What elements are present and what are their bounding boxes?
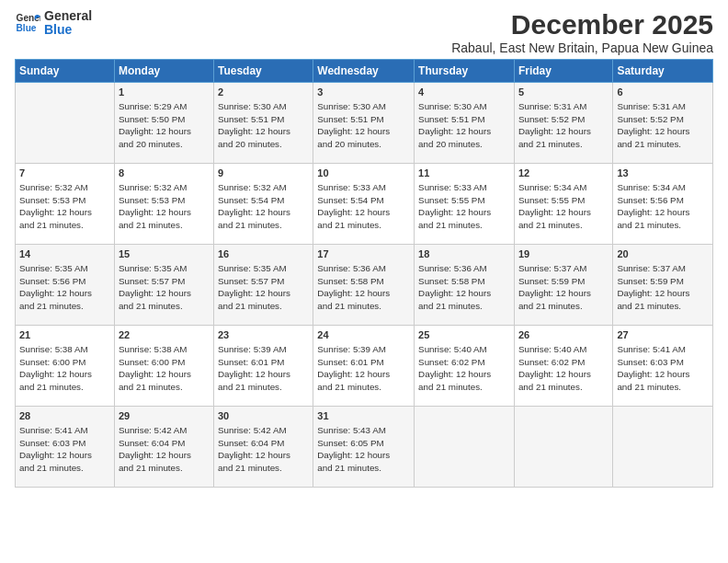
calendar-cell: 6Sunrise: 5:31 AM Sunset: 5:52 PM Daylig…	[613, 83, 713, 164]
calendar-cell: 23Sunrise: 5:39 AM Sunset: 6:01 PM Dayli…	[213, 326, 313, 407]
calendar-cell: 16Sunrise: 5:35 AM Sunset: 5:57 PM Dayli…	[213, 245, 313, 326]
day-number: 31	[317, 409, 410, 423]
cell-content: Sunrise: 5:43 AM Sunset: 6:05 PM Dayligh…	[317, 424, 410, 474]
cell-content: Sunrise: 5:33 AM Sunset: 5:55 PM Dayligh…	[418, 181, 510, 231]
day-number: 25	[418, 328, 510, 342]
cell-content: Sunrise: 5:30 AM Sunset: 5:51 PM Dayligh…	[218, 100, 309, 150]
day-number: 19	[518, 247, 609, 261]
day-number: 13	[617, 167, 709, 180]
logo-icon: General Blue	[15, 10, 40, 36]
cell-content: Sunrise: 5:41 AM Sunset: 6:03 PM Dayligh…	[617, 343, 709, 393]
calendar-cell: 18Sunrise: 5:36 AM Sunset: 5:58 PM Dayli…	[415, 245, 515, 326]
calendar-cell: 5Sunrise: 5:31 AM Sunset: 5:52 PM Daylig…	[514, 83, 612, 164]
calendar-cell: 10Sunrise: 5:33 AM Sunset: 5:54 PM Dayli…	[313, 164, 415, 245]
day-number: 10	[317, 167, 410, 180]
cell-content: Sunrise: 5:37 AM Sunset: 5:59 PM Dayligh…	[617, 262, 709, 312]
calendar-cell: 26Sunrise: 5:40 AM Sunset: 6:02 PM Dayli…	[514, 326, 612, 407]
calendar-cell: 21Sunrise: 5:38 AM Sunset: 6:00 PM Dayli…	[16, 326, 115, 407]
subtitle: Rabaul, East New Britain, Papua New Guin…	[451, 40, 713, 55]
day-number: 18	[418, 247, 510, 261]
day-number: 29	[119, 409, 210, 423]
calendar-cell: 27Sunrise: 5:41 AM Sunset: 6:03 PM Dayli…	[613, 326, 713, 407]
calendar-table: SundayMondayTuesdayWednesdayThursdayFrid…	[15, 59, 713, 488]
day-number: 4	[418, 86, 510, 99]
calendar-cell: 3Sunrise: 5:30 AM Sunset: 5:51 PM Daylig…	[313, 83, 415, 164]
cell-content: Sunrise: 5:40 AM Sunset: 6:02 PM Dayligh…	[418, 343, 510, 393]
day-number: 20	[617, 247, 709, 261]
header-day-tuesday: Tuesday	[213, 60, 313, 83]
day-number: 28	[19, 409, 110, 423]
header-day-monday: Monday	[114, 60, 213, 83]
calendar-cell: 30Sunrise: 5:42 AM Sunset: 6:04 PM Dayli…	[213, 407, 313, 488]
day-number: 6	[617, 86, 709, 99]
cell-content: Sunrise: 5:41 AM Sunset: 6:03 PM Dayligh…	[19, 424, 110, 474]
week-row-4: 21Sunrise: 5:38 AM Sunset: 6:00 PM Dayli…	[16, 326, 713, 407]
logo-line2: Blue	[44, 23, 92, 37]
day-number: 5	[518, 86, 609, 99]
header-day-thursday: Thursday	[415, 60, 515, 83]
day-number: 15	[119, 247, 210, 261]
cell-content: Sunrise: 5:34 AM Sunset: 5:56 PM Dayligh…	[617, 181, 709, 231]
day-number: 26	[518, 328, 609, 342]
cell-content: Sunrise: 5:30 AM Sunset: 5:51 PM Dayligh…	[317, 100, 410, 150]
calendar-cell: 17Sunrise: 5:36 AM Sunset: 5:58 PM Dayli…	[313, 245, 415, 326]
cell-content: Sunrise: 5:39 AM Sunset: 6:01 PM Dayligh…	[218, 343, 309, 393]
header-row: SundayMondayTuesdayWednesdayThursdayFrid…	[16, 60, 713, 83]
cell-content: Sunrise: 5:31 AM Sunset: 5:52 PM Dayligh…	[518, 100, 609, 150]
week-row-1: 1Sunrise: 5:29 AM Sunset: 5:50 PM Daylig…	[16, 83, 713, 164]
calendar-cell: 20Sunrise: 5:37 AM Sunset: 5:59 PM Dayli…	[613, 245, 713, 326]
cell-content: Sunrise: 5:42 AM Sunset: 6:04 PM Dayligh…	[218, 424, 309, 474]
calendar-cell: 14Sunrise: 5:35 AM Sunset: 5:56 PM Dayli…	[16, 245, 115, 326]
day-number: 1	[119, 86, 210, 99]
day-number: 9	[218, 167, 309, 180]
calendar-cell: 9Sunrise: 5:32 AM Sunset: 5:54 PM Daylig…	[213, 164, 313, 245]
day-number: 8	[119, 167, 210, 180]
logo-line1: General	[44, 9, 92, 23]
calendar-cell: 24Sunrise: 5:39 AM Sunset: 6:01 PM Dayli…	[313, 326, 415, 407]
calendar-cell	[514, 407, 612, 488]
header-day-wednesday: Wednesday	[313, 60, 415, 83]
header-day-sunday: Sunday	[16, 60, 115, 83]
day-number: 21	[19, 328, 110, 342]
day-number: 17	[317, 247, 410, 261]
calendar-cell: 1Sunrise: 5:29 AM Sunset: 5:50 PM Daylig…	[114, 83, 213, 164]
cell-content: Sunrise: 5:42 AM Sunset: 6:04 PM Dayligh…	[119, 424, 210, 474]
day-number: 16	[218, 247, 309, 261]
calendar-cell: 12Sunrise: 5:34 AM Sunset: 5:55 PM Dayli…	[514, 164, 612, 245]
day-number: 30	[218, 409, 309, 423]
cell-content: Sunrise: 5:32 AM Sunset: 5:54 PM Dayligh…	[218, 181, 309, 231]
calendar-cell	[415, 407, 515, 488]
cell-content: Sunrise: 5:33 AM Sunset: 5:54 PM Dayligh…	[317, 181, 410, 231]
main-title: December 2025	[451, 9, 713, 40]
cell-content: Sunrise: 5:34 AM Sunset: 5:55 PM Dayligh…	[518, 181, 609, 231]
calendar-cell: 31Sunrise: 5:43 AM Sunset: 6:05 PM Dayli…	[313, 407, 415, 488]
cell-content: Sunrise: 5:37 AM Sunset: 5:59 PM Dayligh…	[518, 262, 609, 312]
cell-content: Sunrise: 5:29 AM Sunset: 5:50 PM Dayligh…	[119, 100, 210, 150]
cell-content: Sunrise: 5:36 AM Sunset: 5:58 PM Dayligh…	[317, 262, 410, 312]
calendar-cell: 11Sunrise: 5:33 AM Sunset: 5:55 PM Dayli…	[415, 164, 515, 245]
cell-content: Sunrise: 5:40 AM Sunset: 6:02 PM Dayligh…	[518, 343, 609, 393]
calendar-cell: 25Sunrise: 5:40 AM Sunset: 6:02 PM Dayli…	[415, 326, 515, 407]
week-row-3: 14Sunrise: 5:35 AM Sunset: 5:56 PM Dayli…	[16, 245, 713, 326]
calendar-cell	[613, 407, 713, 488]
cell-content: Sunrise: 5:30 AM Sunset: 5:51 PM Dayligh…	[418, 100, 510, 150]
cell-content: Sunrise: 5:32 AM Sunset: 5:53 PM Dayligh…	[119, 181, 210, 231]
logo: General Blue General Blue	[15, 9, 92, 38]
svg-text:Blue: Blue	[17, 24, 37, 34]
day-number: 14	[19, 247, 110, 261]
cell-content: Sunrise: 5:35 AM Sunset: 5:57 PM Dayligh…	[119, 262, 210, 312]
cell-content: Sunrise: 5:39 AM Sunset: 6:01 PM Dayligh…	[317, 343, 410, 393]
week-row-2: 7Sunrise: 5:32 AM Sunset: 5:53 PM Daylig…	[16, 164, 713, 245]
day-number: 11	[418, 167, 510, 180]
day-number: 12	[518, 167, 609, 180]
page: General Blue General Blue December 2025 …	[0, 0, 728, 563]
calendar-cell: 19Sunrise: 5:37 AM Sunset: 5:59 PM Dayli…	[514, 245, 612, 326]
calendar-cell: 13Sunrise: 5:34 AM Sunset: 5:56 PM Dayli…	[613, 164, 713, 245]
calendar-cell: 7Sunrise: 5:32 AM Sunset: 5:53 PM Daylig…	[16, 164, 115, 245]
calendar-cell	[16, 83, 115, 164]
cell-content: Sunrise: 5:35 AM Sunset: 5:57 PM Dayligh…	[218, 262, 309, 312]
cell-content: Sunrise: 5:36 AM Sunset: 5:58 PM Dayligh…	[418, 262, 510, 312]
title-block: December 2025 Rabaul, East New Britain, …	[451, 9, 713, 55]
day-number: 22	[119, 328, 210, 342]
cell-content: Sunrise: 5:31 AM Sunset: 5:52 PM Dayligh…	[617, 100, 709, 150]
